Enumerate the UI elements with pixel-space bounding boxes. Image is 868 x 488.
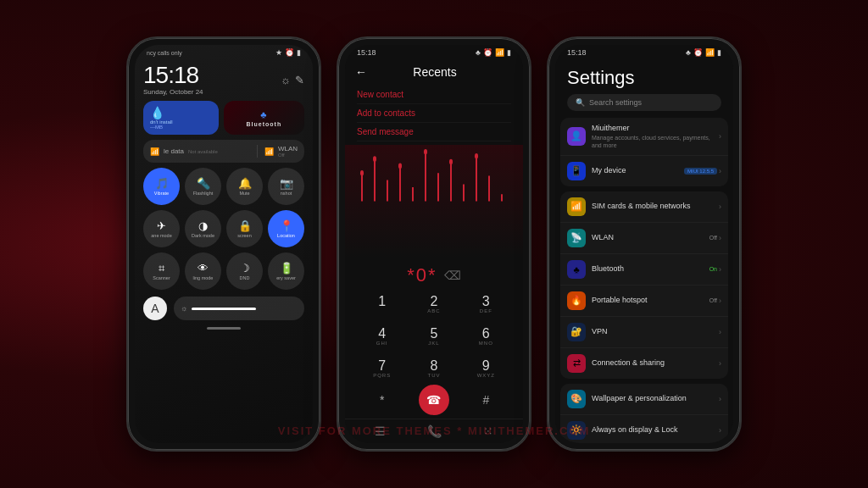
dialpad-key-5[interactable]: 5JKL	[409, 322, 459, 352]
bt3-icon: ♣	[686, 48, 691, 57]
brightness-low-icon: ☼	[181, 304, 187, 313]
recent-new-contact[interactable]: New contact	[357, 86, 511, 104]
phone1-top-row: 15:18 Sunday, October 24 ☼ ✎	[143, 64, 304, 96]
settings-miuithemer[interactable]: 👤 Miuithemer Manage accounts, cloud serv…	[560, 118, 728, 156]
dialpad-key-1[interactable]: 1	[357, 290, 407, 320]
settings-search[interactable]: 🔍 Search settings	[567, 94, 721, 111]
phone1-avatar[interactable]: A	[143, 297, 167, 320]
dialpad-delete[interactable]: ⌫	[444, 269, 461, 282]
search-placeholder: Search settings	[589, 98, 642, 107]
mydevice-icon: 📱	[567, 162, 586, 180]
mydevice-text: My device	[592, 166, 684, 176]
settings-aod[interactable]: 🔆 Always on display & Lock ›	[560, 415, 728, 443]
phone1-status-bar: ncy calls only ★ ⏰ ▮	[135, 45, 313, 60]
darkmode-icon: ◑	[198, 220, 208, 231]
phone2-recents-list: New contact Add to contacts Send message	[345, 82, 523, 145]
vpn-name: VPN	[592, 327, 719, 337]
p1-bluetooth-card[interactable]: ♣ Bluetooth	[224, 101, 304, 135]
phones-container: ncy calls only ★ ⏰ ▮ 15:18 Sunday, Octob…	[118, 28, 750, 460]
p1-droplet-card: 💧 dn't install —MB	[143, 101, 219, 135]
dialpad-key-8[interactable]: 8TUV	[409, 354, 459, 385]
nav-menu-icon[interactable]: ☰	[375, 424, 386, 438]
phone3-status-icons: ♣ ⏰ 📶 ▮	[686, 48, 721, 57]
bluetooth-icon: ★	[275, 48, 282, 57]
recent-add-contacts[interactable]: Add to contacts	[357, 104, 511, 123]
p1-wlan-sub: Off	[278, 152, 298, 158]
screenshot-btn[interactable]: 📷 nshot	[268, 168, 304, 205]
nav-call-icon[interactable]: 📞	[427, 424, 442, 438]
scanner-label: Scanner	[153, 275, 170, 280]
wallpaper-text: Wallpaper & personalization	[592, 394, 719, 404]
settings-vpn[interactable]: 🔐 VPN ›	[560, 317, 728, 348]
phone1-notify: ncy calls only	[147, 50, 182, 56]
dialpad-hash[interactable]: #	[461, 385, 511, 415]
alarm3-icon: ⏰	[693, 48, 703, 57]
reading-btn[interactable]: 👁 ling mode	[185, 252, 221, 290]
aod-right: ›	[719, 426, 721, 435]
airplane-btn[interactable]: ✈ ane mode	[143, 210, 180, 247]
dialpad-star[interactable]: *	[357, 385, 407, 415]
dialpad-key-3[interactable]: 3DEF	[461, 290, 511, 320]
connection-text: Connection & sharing	[592, 358, 719, 369]
phone1-screen: ncy calls only ★ ⏰ ▮ 15:18 Sunday, Octob…	[135, 45, 313, 443]
dialpad-key-7[interactable]: 7PQRS	[357, 354, 407, 385]
chevron-icon: ›	[719, 328, 721, 336]
reading-icon: 👁	[198, 263, 209, 274]
mute-btn[interactable]: 🔔 Mute	[226, 168, 263, 205]
display-icon[interactable]: ☼	[281, 74, 291, 86]
mydevice-name: My device	[592, 166, 684, 176]
edit-icon[interactable]: ✎	[295, 74, 304, 86]
p1-wifi-row: 📶 le data Not available 📶 WLAN Off	[143, 140, 304, 163]
lockscreen-btn[interactable]: 🔒 screen	[226, 210, 263, 247]
battery2-icon: ▮	[507, 48, 511, 57]
back-button[interactable]: ←	[355, 65, 367, 79]
batterysaver-icon: 🔋	[280, 263, 293, 274]
bt-settings-icon: ♣	[567, 260, 586, 279]
aod-icon: 🔆	[567, 421, 586, 440]
bluetooth-status: On	[709, 266, 717, 272]
phone1-status-icons: ★ ⏰ ▮	[275, 48, 301, 57]
location-btn[interactable]: 📍 Location	[268, 210, 304, 247]
settings-sim[interactable]: 📶 SIM cards & mobile networks ›	[560, 191, 728, 223]
flashlight-btn[interactable]: 🔦 Flashlight	[185, 168, 221, 205]
miuithemer-name: Miuithemer	[592, 124, 719, 134]
nav-grid-icon[interactable]: ⁙	[483, 424, 493, 438]
search-icon: 🔍	[576, 98, 585, 107]
phone3-time: 15:18	[567, 48, 587, 57]
dialpad-key-9[interactable]: 9WXYZ	[461, 354, 511, 385]
phone2-status-icons: ♣ ⏰ 📶 ▮	[476, 48, 511, 57]
vibrate-btn[interactable]: 🎵 Vibrate	[143, 168, 180, 205]
dialpad-key-6[interactable]: 6MNO	[461, 322, 511, 352]
chevron-icon: ›	[719, 202, 721, 211]
call-button[interactable]: ☎	[419, 385, 449, 415]
batterysaver-label: ery saver	[276, 275, 296, 280]
phone1-cards: 💧 dn't install —MB ♣ Bluetooth	[143, 101, 304, 135]
settings-bluetooth[interactable]: ♣ Bluetooth On ›	[560, 254, 728, 286]
settings-wallpaper[interactable]: 🎨 Wallpaper & personalization ›	[560, 384, 728, 415]
dnd-btn[interactable]: ☽ DND	[226, 252, 263, 290]
miuithemer-text: Miuithemer Manage accounts, cloud servic…	[592, 124, 719, 149]
settings-wlan[interactable]: 📡 WLAN Off ›	[560, 223, 728, 254]
wlan-icon: 📡	[567, 229, 586, 247]
wallpaper-icon: 🎨	[567, 390, 586, 408]
dialpad-key-0[interactable]: ☎	[409, 385, 459, 415]
settings-hotspot[interactable]: 🔥 Portable hotspot Off ›	[560, 286, 728, 317]
phone1-brightness[interactable]: ☼	[174, 297, 304, 320]
vpn-right: ›	[719, 328, 721, 336]
batterysaver-btn[interactable]: 🔋 ery saver	[268, 252, 304, 290]
scanner-icon: ⌗	[159, 263, 164, 274]
scanner-btn[interactable]: ⌗ Scanner	[143, 252, 180, 290]
chevron-icon: ›	[719, 234, 721, 242]
phone2-status-bar: 15:18 ♣ ⏰ 📶 ▮	[345, 45, 523, 60]
dialpad-key-4[interactable]: 4GHI	[357, 322, 407, 352]
settings-connection[interactable]: ⇄ Connection & sharing ›	[560, 348, 728, 379]
sim-name: SIM cards & mobile networks	[592, 202, 719, 212]
phone1-bottom-row: A ☼	[143, 297, 304, 320]
dialpad-key-2[interactable]: 2ABC	[409, 290, 459, 320]
darkmode-btn[interactable]: ◑ Dark mode	[185, 210, 221, 247]
miui-badge: MIUI 12.5.5	[684, 168, 717, 175]
bluetooth-text: Bluetooth	[592, 264, 709, 274]
settings-mydevice[interactable]: 📱 My device MIUI 12.5.5 ›	[560, 156, 728, 186]
recent-send-message[interactable]: Send message	[357, 123, 511, 141]
vpn-text: VPN	[592, 327, 719, 337]
